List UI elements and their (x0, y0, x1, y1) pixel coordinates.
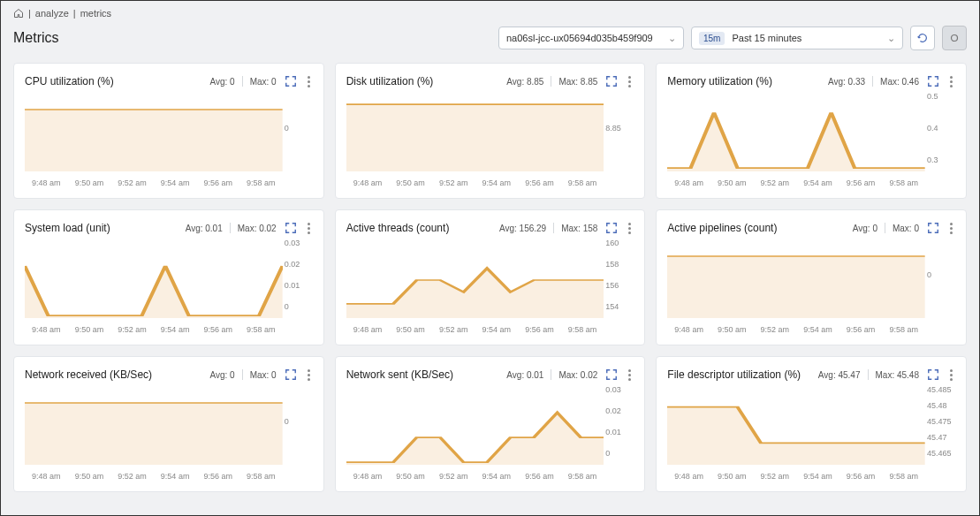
breadcrumb-metrics[interactable]: metrics (80, 8, 111, 19)
expand-icon[interactable] (604, 74, 619, 88)
breadcrumb: | analyze | metrics (1, 1, 979, 19)
y-axis-labels: 0 (285, 92, 313, 164)
expand-icon[interactable] (284, 221, 298, 235)
expand-icon[interactable] (926, 368, 940, 382)
breadcrumb-sep: | (73, 8, 76, 19)
avg-label: Avg: 0 (209, 77, 234, 87)
svg-point-0 (952, 35, 958, 42)
chevron-down-icon: ⌄ (668, 33, 676, 44)
max-label: Max: 0 (893, 224, 919, 233)
metric-card: Active threads (count)Avg: 156.29Max: 15… (335, 209, 646, 345)
card-title: Network sent (KB/Sec) (346, 368, 453, 381)
page-title: Metrics (13, 30, 59, 46)
avg-label: Avg: 45.47 (818, 370, 861, 380)
more-icon[interactable] (626, 369, 634, 381)
metric-card: File descriptor utilization (%)Avg: 45.4… (656, 356, 967, 492)
metric-card: System load (unit)Avg: 0.01Max: 0.020.03… (13, 209, 324, 345)
y-axis-labels: 8.85 (605, 92, 634, 164)
chart-plot (667, 385, 925, 465)
chart-plot (667, 92, 925, 171)
x-axis-labels: 9:48 am9:50 am9:52 am9:54 am9:56 am9:58 … (346, 178, 604, 187)
chart-plot (346, 92, 604, 171)
y-axis-labels: 45.48545.4845.47545.4745.465 (927, 385, 955, 458)
card-title: Memory utilization (%) (667, 75, 772, 87)
y-axis-labels: 0.030.020.010 (605, 385, 634, 458)
expand-icon[interactable] (926, 74, 940, 88)
chart-plot (346, 239, 604, 318)
card-title: System load (unit) (25, 222, 110, 234)
card-title: Disk utilization (%) (346, 75, 434, 87)
max-label: Max: 0 (250, 77, 277, 87)
card-title: File descriptor utilization (%) (667, 368, 801, 381)
time-range-select[interactable]: 15m Past 15 minutes ⌄ (691, 27, 903, 49)
chart-plot (25, 239, 283, 318)
max-label: Max: 0.02 (558, 370, 597, 380)
more-icon[interactable] (947, 76, 955, 87)
chart-plot (25, 92, 283, 171)
y-axis-labels: 160158156154 (605, 239, 634, 311)
card-title: Active threads (count) (346, 222, 450, 234)
metric-card: Disk utilization (%)Avg: 8.85Max: 8.858.… (335, 63, 646, 199)
avg-label: Avg: 0 (209, 370, 234, 380)
x-axis-labels: 9:48 am9:50 am9:52 am9:54 am9:56 am9:58 … (25, 325, 283, 334)
more-icon[interactable] (305, 76, 313, 87)
host-select[interactable]: na06sl-jcc-ux05694d035b459f909 ⌄ (498, 27, 684, 49)
more-icon[interactable] (305, 223, 313, 234)
more-icon[interactable] (305, 369, 313, 381)
y-axis-labels: 0.030.020.010 (285, 239, 313, 311)
breadcrumb-analyze[interactable]: analyze (35, 8, 69, 19)
card-title: Network received (KB/Sec) (25, 368, 152, 381)
settings-button[interactable] (942, 26, 967, 50)
chevron-down-icon: ⌄ (887, 33, 895, 44)
expand-icon[interactable] (604, 221, 619, 235)
avg-label: Avg: 0 (853, 224, 877, 233)
max-label: Max: 45.48 (876, 370, 919, 380)
header-controls: na06sl-jcc-ux05694d035b459f909 ⌄ 15m Pas… (498, 26, 967, 50)
more-icon[interactable] (947, 223, 955, 234)
y-axis-labels: 0 (285, 385, 313, 458)
chart-plot (25, 385, 283, 465)
more-icon[interactable] (626, 76, 634, 87)
metric-card: CPU utilization (%)Avg: 0Max: 009:48 am9… (13, 63, 324, 199)
x-axis-labels: 9:48 am9:50 am9:52 am9:54 am9:56 am9:58 … (346, 472, 604, 481)
avg-label: Avg: 0.01 (506, 370, 543, 380)
max-label: Max: 0.02 (238, 224, 277, 233)
metric-card: Memory utilization (%)Avg: 0.33Max: 0.46… (656, 63, 967, 199)
avg-label: Avg: 8.85 (506, 77, 543, 87)
avg-label: Avg: 0.33 (828, 77, 865, 87)
metric-card: Active pipelines (count)Avg: 0Max: 009:4… (656, 209, 967, 345)
refresh-button[interactable] (910, 26, 935, 50)
x-axis-labels: 9:48 am9:50 am9:52 am9:54 am9:56 am9:58 … (667, 472, 925, 481)
metric-card: Network received (KB/Sec)Avg: 0Max: 009:… (13, 356, 324, 492)
breadcrumb-sep: | (28, 8, 31, 19)
home-icon[interactable] (13, 8, 24, 19)
chart-plot (667, 239, 925, 318)
expand-icon[interactable] (284, 74, 298, 88)
expand-icon[interactable] (926, 221, 940, 235)
expand-icon[interactable] (604, 368, 619, 382)
max-label: Max: 8.85 (558, 77, 597, 87)
max-label: Max: 0.46 (880, 77, 919, 87)
y-axis-labels: 0 (927, 239, 955, 311)
max-label: Max: 158 (561, 224, 597, 233)
time-badge: 15m (699, 32, 725, 45)
x-axis-labels: 9:48 am9:50 am9:52 am9:54 am9:56 am9:58 … (25, 178, 283, 187)
x-axis-labels: 9:48 am9:50 am9:52 am9:54 am9:56 am9:58 … (667, 178, 925, 187)
x-axis-labels: 9:48 am9:50 am9:52 am9:54 am9:56 am9:58 … (667, 325, 925, 334)
more-icon[interactable] (947, 369, 955, 381)
time-label: Past 15 minutes (732, 33, 880, 43)
chart-plot (346, 385, 604, 465)
avg-label: Avg: 0.01 (186, 224, 223, 233)
avg-label: Avg: 156.29 (499, 224, 546, 233)
card-title: CPU utilization (%) (25, 75, 114, 87)
host-select-value: na06sl-jcc-ux05694d035b459f909 (506, 33, 653, 43)
x-axis-labels: 9:48 am9:50 am9:52 am9:54 am9:56 am9:58 … (25, 472, 283, 481)
card-title: Active pipelines (count) (667, 222, 777, 234)
more-icon[interactable] (626, 223, 634, 234)
metric-card: Network sent (KB/Sec)Avg: 0.01Max: 0.020… (335, 356, 646, 492)
x-axis-labels: 9:48 am9:50 am9:52 am9:54 am9:56 am9:58 … (346, 325, 604, 334)
y-axis-labels: 0.50.40.3 (927, 92, 955, 164)
expand-icon[interactable] (284, 368, 298, 382)
max-label: Max: 0 (250, 370, 277, 380)
